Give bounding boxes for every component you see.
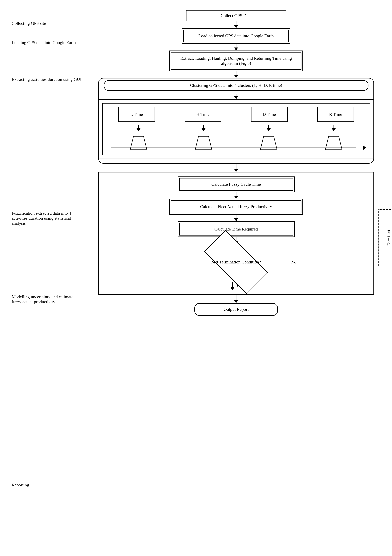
label-extracting: Extracting activities duration using GUI (10, 74, 85, 120)
calc-fleet-inner: Calculate Fleet Actual fuzzy Productivit… (171, 200, 302, 213)
calc-time-outer: Calculate Time Required (178, 221, 294, 237)
calc-fuzzy-inner: Calculate Fuzzy Cycle Time (179, 178, 293, 191)
left-labels: Collecting GPS site Loading GPS data int… (10, 10, 90, 498)
load-outer-box: Load collected GPS data into Google Eart… (182, 28, 290, 44)
flow-area: Collect GPS Data Load collected GPS data… (90, 10, 382, 498)
load-inner-box: Load collected GPS data into Google Eart… (183, 30, 289, 42)
cluster-section: Clustering GPS data into 4 clusters (L, … (98, 78, 374, 164)
model-outer-box: New fleet Calculate Fuzzy Cycle Time (98, 172, 374, 295)
label-collecting: Collecting GPS site (10, 10, 85, 37)
collect-box: Collect GPS Data (186, 10, 286, 21)
h-time-box: H Time (185, 107, 221, 122)
fuzz-outer-box: L Time H Time D Time R Time (98, 99, 374, 159)
termination-diamond-container: Met Termination Condition? No (194, 244, 278, 280)
extract-outer-box: Extract: Loading, Hauling, Dumping, and … (169, 51, 303, 71)
time-arrows (106, 125, 366, 131)
calc-time-inner: Calculate Time Required (179, 223, 293, 236)
trapezoid-row (106, 131, 366, 151)
l-time-box: L Time (118, 107, 155, 122)
label-modelling: Modelling uncertainty and estimate fuzzy… (10, 291, 85, 422)
new-fleet-label: New fleet (386, 230, 391, 246)
cluster-label: Clustering GPS data into 4 clusters (L, … (104, 80, 369, 91)
trap-2 (171, 135, 236, 151)
no-label: No (291, 260, 296, 264)
trap-3 (236, 135, 301, 151)
label-loading: Loading GPS data into Google Earth (10, 37, 85, 74)
trap-1 (106, 135, 171, 151)
d-time-box: D Time (251, 107, 288, 122)
time-boxes-row: L Time H Time D Time R Time (106, 107, 366, 122)
calc-fuzzy-outer: Calculate Fuzzy Cycle Time (178, 177, 294, 192)
new-fleet-box: New fleet (378, 209, 392, 266)
output-box: Output Report (194, 303, 278, 316)
label-reporting: Reporting (10, 472, 85, 498)
label-fuzzification: Fuzzification extracted data into 4 acti… (10, 208, 85, 291)
extract-inner-box: Extract: Loading, Hauling, Dumping, and … (171, 52, 302, 70)
fuzz-inner-box: L Time H Time D Time R Time (102, 103, 370, 155)
calc-fleet-outer: Calculate Fleet Actual fuzzy Productivit… (169, 199, 303, 215)
trap-4 (301, 135, 366, 151)
r-time-box: R Time (317, 107, 354, 122)
